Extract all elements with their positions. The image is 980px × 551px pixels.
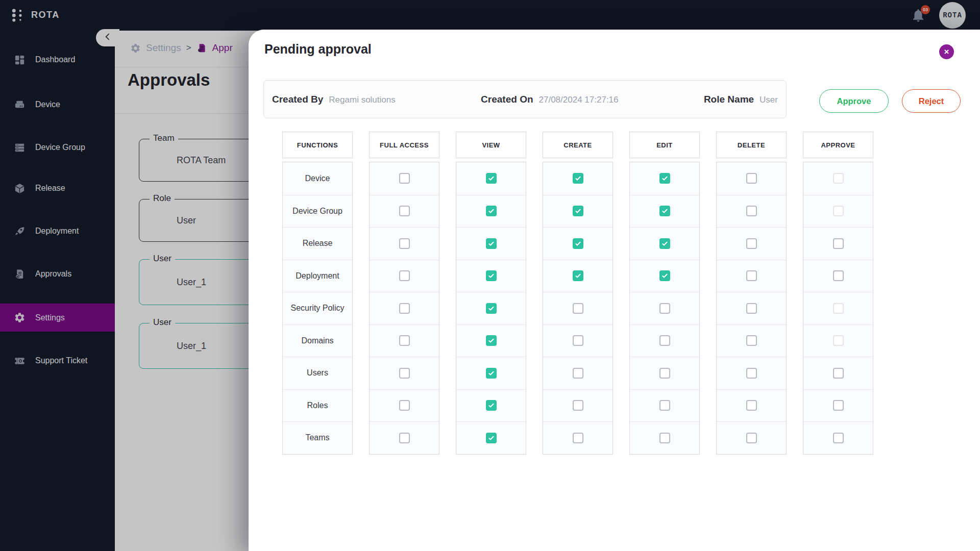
permission-cell	[370, 162, 439, 195]
checkbox-domains-create[interactable]	[573, 335, 583, 346]
checkbox-teams-view[interactable]	[486, 433, 497, 443]
role-name-label: Role Name	[704, 94, 754, 105]
permission-cell	[456, 292, 526, 324]
pending-approval-modal: Pending approval × Created By Regami sol…	[249, 30, 980, 551]
checkbox-deployment-approve[interactable]	[833, 270, 844, 281]
permission-column-view	[456, 162, 526, 455]
close-button[interactable]: ×	[939, 44, 954, 59]
permission-cell	[630, 357, 699, 389]
checkbox-deployment-create[interactable]	[573, 270, 583, 281]
permission-cell	[370, 292, 439, 324]
checkbox-users-create[interactable]	[573, 368, 583, 379]
function-label: Deployment	[283, 260, 352, 292]
permission-cell	[630, 292, 699, 324]
checkbox-users-edit[interactable]	[659, 368, 670, 379]
permissions-table: FUNCTIONSFULL ACCESSVIEWCREATEEDITDELETE…	[282, 132, 874, 455]
functions-column: DeviceDevice GroupReleaseDeploymentSecur…	[282, 162, 353, 455]
permission-cell	[630, 389, 699, 422]
checkbox-release-delete[interactable]	[746, 238, 757, 249]
checkbox-users-approve[interactable]	[833, 368, 844, 379]
created-on-value: 27/08/2024 17:27:16	[539, 95, 619, 105]
checkbox-domains-full-access[interactable]	[399, 335, 410, 346]
checkbox-roles-view[interactable]	[486, 400, 497, 411]
checkbox-deployment-delete[interactable]	[746, 270, 757, 281]
permission-cell	[543, 324, 612, 357]
checkbox-device-delete[interactable]	[746, 173, 757, 184]
column-header-create: CREATE	[543, 132, 613, 158]
checkbox-roles-delete[interactable]	[746, 400, 757, 411]
checkbox-device-group-edit[interactable]	[659, 206, 670, 216]
permission-column-edit	[629, 162, 700, 455]
permission-cell	[543, 227, 612, 260]
checkbox-security-policy-view[interactable]	[486, 303, 497, 314]
screen: 03 ROTA ROTA DashboardDeviceDevice Group…	[0, 0, 980, 551]
checkbox-release-create[interactable]	[573, 238, 583, 249]
checkbox-device-create[interactable]	[573, 173, 583, 184]
permission-cell	[803, 292, 873, 324]
checkbox-users-view[interactable]	[486, 368, 497, 379]
approve-button[interactable]: Approve	[819, 89, 889, 113]
checkbox-teams-create[interactable]	[573, 433, 583, 443]
permission-cell	[803, 227, 873, 260]
checkbox-release-approve[interactable]	[833, 238, 844, 249]
permission-cell	[630, 324, 699, 357]
column-header-delete: DELETE	[716, 132, 787, 158]
checkbox-users-full-access[interactable]	[399, 368, 410, 379]
checkbox-device-group-full-access[interactable]	[399, 206, 410, 216]
checkbox-device-group-delete[interactable]	[746, 206, 757, 216]
permission-cell	[630, 195, 699, 228]
checkbox-security-policy-delete[interactable]	[746, 303, 757, 314]
checkbox-teams-full-access[interactable]	[399, 433, 410, 443]
permission-cell	[717, 162, 786, 195]
checkbox-device-group-view[interactable]	[486, 206, 497, 216]
checkbox-device-view[interactable]	[486, 173, 497, 184]
checkbox-device-group-create[interactable]	[573, 206, 583, 216]
checkbox-security-policy-create[interactable]	[573, 303, 583, 314]
permission-column-delete	[716, 162, 787, 455]
permission-cell	[803, 357, 873, 389]
checkbox-deployment-view[interactable]	[486, 270, 497, 281]
checkbox-device-edit[interactable]	[659, 173, 670, 184]
checkbox-roles-full-access[interactable]	[399, 400, 410, 411]
permission-cell	[717, 227, 786, 260]
permission-cell	[456, 162, 526, 195]
checkbox-teams-approve[interactable]	[833, 433, 844, 443]
checkbox-security-policy-edit[interactable]	[659, 303, 670, 314]
permission-cell	[370, 357, 439, 389]
checkbox-users-delete[interactable]	[746, 368, 757, 379]
permission-cell	[456, 195, 526, 228]
checkbox-release-edit[interactable]	[659, 238, 670, 249]
checkbox-teams-delete[interactable]	[746, 433, 757, 443]
created-by-label: Created By	[272, 94, 323, 105]
reject-button[interactable]: Reject	[902, 89, 961, 113]
permission-cell	[803, 324, 873, 357]
permission-cell	[370, 227, 439, 260]
permission-cell	[630, 260, 699, 292]
permission-cell	[370, 260, 439, 292]
checkbox-domains-edit[interactable]	[659, 335, 670, 346]
checkbox-security-policy-full-access[interactable]	[399, 303, 410, 314]
checkbox-domains-view[interactable]	[486, 335, 497, 346]
checkbox-domains-delete[interactable]	[746, 335, 757, 346]
permission-cell	[543, 260, 612, 292]
checkbox-deployment-full-access[interactable]	[399, 270, 410, 281]
checkbox-teams-edit[interactable]	[659, 433, 670, 443]
function-label: Users	[283, 357, 352, 389]
checkbox-roles-edit[interactable]	[659, 400, 670, 411]
checkbox-deployment-edit[interactable]	[659, 270, 670, 281]
role-name-group: Role Name User	[704, 94, 778, 105]
created-on-group: Created On 27/08/2024 17:27:16	[481, 94, 618, 105]
function-label: Security Policy	[283, 292, 352, 324]
approval-info-bar: Created By Regami solutions Created On 2…	[263, 80, 787, 118]
checkbox-device-group-approve	[833, 206, 844, 216]
checkbox-roles-create[interactable]	[573, 400, 583, 411]
checkbox-release-full-access[interactable]	[399, 238, 410, 249]
checkbox-release-view[interactable]	[486, 238, 497, 249]
checkbox-device-full-access[interactable]	[399, 173, 410, 184]
checkbox-roles-approve[interactable]	[833, 400, 844, 411]
permission-cell	[456, 260, 526, 292]
permission-cell	[717, 260, 786, 292]
checkbox-security-policy-approve	[833, 303, 844, 314]
modal-title: Pending approval	[264, 42, 372, 57]
created-on-label: Created On	[481, 94, 533, 105]
